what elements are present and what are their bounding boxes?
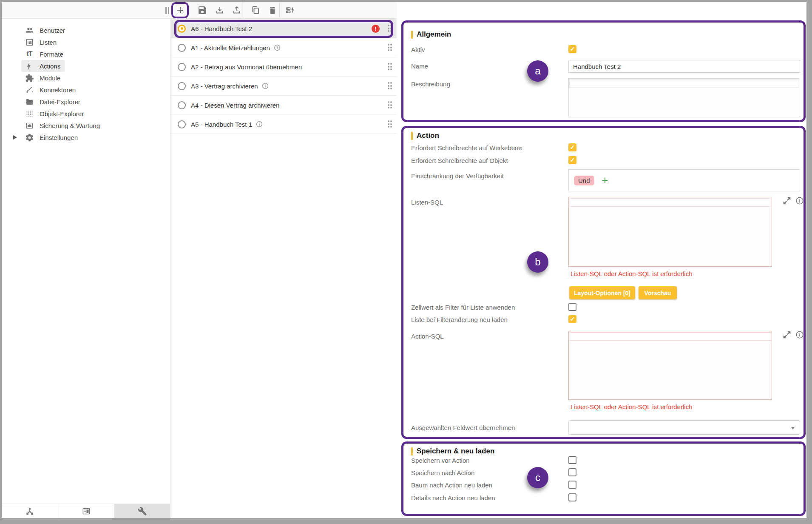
radio-unselected[interactable] [178,82,186,90]
list-item-a5[interactable]: A5 - Handbuch Test 1 [171,115,397,134]
sidebar-item-label: Listen [40,39,57,46]
radio-unselected[interactable] [178,120,186,128]
details-panel: Allgemein Aktiv ✓ Name Beschreibung a Ac… [397,2,806,518]
add-icon[interactable] [175,5,185,15]
wrench-icon [138,507,147,516]
listen-sql-input-line[interactable] [570,198,771,207]
list-item-a2[interactable]: A2 - Betrag aus Vormonat übernehmen [171,57,397,77]
sidebar-item-label: Objekt-Explorer [40,110,84,117]
feldwert-label: Ausgewählten Feldwert übernehmen [411,424,515,431]
und-chip[interactable]: Und [574,176,594,185]
delete-button[interactable] [267,5,278,15]
sidebar-item-listen[interactable]: Listen [2,36,170,48]
vorschau-button[interactable]: Vorschau [639,286,677,299]
sidebar-item-label: Benutzer [40,27,65,34]
add-condition-button[interactable] [600,176,610,185]
info-icon [795,330,804,339]
gear-icon [25,133,34,142]
sidebar-item-module[interactable]: Module [2,72,170,84]
sidebar-bottom-tabs [2,504,170,518]
sidebar-item-label: Datei-Explorer [40,98,80,105]
info-icon [261,82,269,90]
list-item-a4[interactable]: A4 - Diesen Vertrag archivieren [171,96,397,115]
action-list: A6 - Handbuch Test 2 ! A1 - Aktuelle Mie… [171,19,397,518]
expand-arrow-icon[interactable] [13,135,17,140]
sidebar-item-konnektoren[interactable]: Konnektoren [2,84,170,96]
name-input[interactable] [568,60,800,73]
drag-handle-icon[interactable] [388,25,392,32]
details-neu-laden-checkbox[interactable] [568,493,576,501]
section-header-action: Action [411,131,439,140]
sidebar-item-label: Formate [40,51,63,58]
objekt-checkbox[interactable]: ✓ [568,156,576,164]
download-button[interactable] [215,5,225,15]
drag-handle-icon[interactable] [388,44,392,51]
backup-icon [25,121,34,130]
beschreibung-input-line[interactable] [569,79,799,88]
info-icon [795,196,804,205]
expand-icon [782,330,792,339]
liste-neu-laden-checkbox[interactable]: ✓ [568,315,576,323]
speichern-nach-checkbox[interactable] [568,468,576,476]
sidebar-item-einstellungen[interactable]: Einstellungen [2,131,170,143]
radio-unselected[interactable] [178,101,186,109]
copy-icon [250,5,261,15]
section-accent-bar [411,447,413,456]
action-sql-info-button[interactable] [795,330,804,339]
zellwert-label: Zellwert als Filter für Liste anwenden [411,304,515,311]
list-item-label: A3 - Vertrag archivieren [191,83,258,90]
drag-handle-icon[interactable] [388,101,392,108]
radio-selected[interactable] [178,25,186,33]
layout-optionen-button[interactable]: Layout-Optionen [0] [569,286,635,299]
aktiv-checkbox[interactable]: ✓ [568,45,576,53]
baum-neu-laden-checkbox[interactable] [568,481,576,489]
section-title: Speichern & neu laden [417,447,494,456]
bolt-icon [25,61,34,71]
listen-sql-editor[interactable] [568,197,772,267]
tab-settings-view[interactable] [114,504,170,518]
sidebar-item-actions[interactable]: Actions [2,60,170,72]
list-item-a1[interactable]: A1 - Aktuelle Mietzahlungen [171,38,397,57]
sidebar-item-objekt-explorer[interactable]: Objekt-Explorer [2,108,170,120]
list-item-a6[interactable]: A6 - Handbuch Test 2 ! [171,19,397,38]
beschreibung-textarea[interactable] [568,78,800,117]
werkebene-checkbox[interactable]: ✓ [568,143,576,151]
save-icon [197,5,207,15]
app-window: Benutzer Listen tT Formate Actions Modul… [2,2,806,518]
tab-tree-view[interactable] [2,504,58,518]
info-icon [256,120,263,128]
action-sql-editor[interactable] [568,331,772,400]
screenshot-frame: Benutzer Listen tT Formate Actions Modul… [0,0,812,524]
drag-handle-icon[interactable] [388,63,392,70]
zellwert-checkbox[interactable] [568,303,576,311]
action-sql-expand-button[interactable] [782,330,792,339]
drag-handle-icon[interactable] [388,82,392,89]
action-sql-error: Listen-SQL oder Action-SQL ist erforderl… [571,403,693,410]
save-button[interactable] [197,5,207,15]
sidebar-item-label: Actions [40,63,60,70]
action-sql-input-line[interactable] [570,332,771,341]
annotation-box-allgemein: Allgemein Aktiv ✓ Name Beschreibung [401,20,806,122]
radio-unselected[interactable] [178,44,186,52]
sidebar-item-sicherung-wartung[interactable]: Sicherung & Wartung [2,120,170,131]
list-item-label: A1 - Aktuelle Mietzahlungen [191,44,270,51]
sidebar-item-benutzer[interactable]: Benutzer [2,24,170,36]
feldwert-select[interactable] [568,420,800,435]
list-item-a3[interactable]: A3 - Vertrag archivieren [171,77,397,96]
listen-sql-expand-button[interactable] [782,196,792,205]
annotation-circle-a: a [527,60,548,82]
copy-button[interactable] [250,5,261,15]
sidebar-item-formate[interactable]: tT Formate [2,48,170,60]
upload-button[interactable] [232,5,242,15]
panel-drag-handle[interactable] [165,7,169,14]
run-list-button[interactable] [285,5,295,15]
section-header-speichern: Speichern & neu laden [411,447,494,456]
listen-sql-info-button[interactable] [795,196,804,205]
tab-layout-view[interactable] [58,504,115,518]
layout-icon [82,507,91,516]
radio-unselected[interactable] [178,63,186,71]
list-item-label: A2 - Betrag aus Vormonat übernehmen [191,63,302,71]
sidebar-item-datei-explorer[interactable]: Datei-Explorer [2,96,170,108]
speichern-vor-checkbox[interactable] [568,456,576,464]
drag-handle-icon[interactable] [388,120,392,128]
